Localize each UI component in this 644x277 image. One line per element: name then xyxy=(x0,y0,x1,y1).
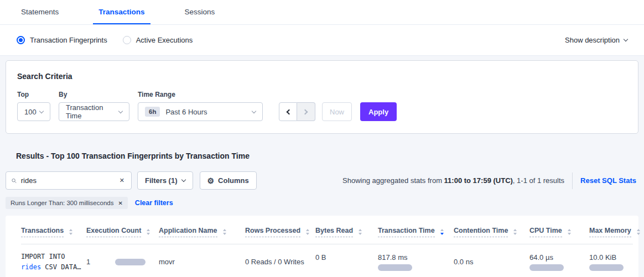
col-header-rows-processed[interactable]: Rows Processed xyxy=(245,219,315,244)
col-header-contention-time[interactable]: Contention Time xyxy=(454,219,529,244)
radio-label: Transaction Fingerprints xyxy=(30,36,107,44)
time-range-field: Time Range 6h Past 6 Hours xyxy=(138,91,263,121)
col-header-execution-count[interactable]: Execution Count xyxy=(86,219,159,244)
search-input[interactable] xyxy=(21,176,118,185)
active-filters-row: Runs Longer Than: 300 milliseconds ✕ Cle… xyxy=(6,197,638,209)
time-range-select[interactable]: 6h Past 6 Hours xyxy=(138,102,263,121)
chevron-down-icon xyxy=(181,177,185,182)
aggregated-stats-text: Showing aggregated stats from 11:00 to 1… xyxy=(342,176,564,185)
cell-cpu-time: 64.0 µs xyxy=(529,244,589,277)
sort-icon[interactable] xyxy=(147,229,150,235)
sort-icon[interactable] xyxy=(359,229,362,235)
gear-icon: ⚙ xyxy=(207,176,215,185)
radio-transaction-fingerprints[interactable]: Transaction Fingerprints xyxy=(17,36,107,44)
remove-filter-icon[interactable]: ✕ xyxy=(118,200,122,206)
sql-statement: IMPORT INTO rides CSV DATA… xyxy=(21,252,82,272)
sort-icon[interactable] xyxy=(223,229,226,235)
arrow-right-icon xyxy=(303,109,308,114)
col-header-max-memory[interactable]: Max Memory xyxy=(589,219,633,244)
cell-contention-time: 0.0 ns xyxy=(454,244,529,277)
clear-search-icon[interactable]: ✕ xyxy=(118,176,126,185)
columns-button[interactable]: ⚙ Columns xyxy=(200,171,257,190)
results-controls: ✕ Filters (1) ⚙ Columns Showing aggregat… xyxy=(6,171,638,190)
search-box: ✕ xyxy=(6,171,132,190)
now-button[interactable]: Now xyxy=(322,102,352,121)
top-select-value: 100 xyxy=(24,108,37,116)
divider xyxy=(572,173,573,189)
columns-label: Columns xyxy=(218,176,249,185)
col-header-transactions[interactable]: Transactions xyxy=(21,219,86,244)
reset-sql-stats-link[interactable]: Reset SQL Stats xyxy=(580,176,636,185)
time-range-value: Past 6 Hours xyxy=(165,108,207,116)
by-select[interactable]: Transaction Time xyxy=(59,102,129,121)
time-range-badge: 6h xyxy=(145,107,160,117)
search-icon xyxy=(12,177,17,185)
top-label: Top xyxy=(17,91,50,98)
transactions-table: Transactions Execution Count Application… xyxy=(21,219,633,277)
search-criteria-card: Search Criteria Top 100 By Transaction T… xyxy=(6,60,638,134)
previous-time-window-button[interactable] xyxy=(279,102,297,121)
show-description-label: Show description xyxy=(565,36,620,44)
apply-button[interactable]: Apply xyxy=(360,102,397,121)
main-content: Search Criteria Top 100 By Transaction T… xyxy=(0,56,644,277)
by-field: By Transaction Time xyxy=(59,91,129,121)
col-header-application-name[interactable]: Application Name xyxy=(159,219,245,244)
cell-bytes-read: 0 B xyxy=(315,244,378,277)
cell-rows-processed: 0 Reads / 0 Writes xyxy=(245,244,315,277)
time-window-arrows xyxy=(279,102,315,121)
execution-count-bar xyxy=(115,259,146,265)
top-field: Top 100 xyxy=(17,91,50,121)
top-select[interactable]: 100 xyxy=(17,102,50,121)
filters-button[interactable]: Filters (1) xyxy=(137,171,193,190)
col-header-bytes-read[interactable]: Bytes Read xyxy=(315,219,378,244)
cell-max-memory: 10.0 KiB xyxy=(589,244,633,277)
sort-icon[interactable] xyxy=(306,229,309,235)
results-table-card: Transactions Execution Count Application… xyxy=(6,216,638,277)
sort-icon[interactable] xyxy=(637,229,640,235)
chevron-down-icon xyxy=(624,37,628,41)
search-criteria-title: Search Criteria xyxy=(17,72,627,81)
next-time-window-button[interactable] xyxy=(297,102,315,121)
tab-transactions[interactable]: Transactions xyxy=(93,8,150,24)
col-header-transaction-time[interactable]: Transaction Time xyxy=(378,219,454,244)
max-memory-bar xyxy=(589,264,624,271)
cell-execution-count: 1 xyxy=(86,244,159,277)
radio-active-executions[interactable]: Active Executions xyxy=(123,36,193,44)
sort-icon-active-desc[interactable] xyxy=(440,229,444,235)
filter-pill: Runs Longer Than: 300 milliseconds ✕ xyxy=(6,197,128,209)
cell-application-name: movr xyxy=(159,244,245,277)
filters-label: Filters (1) xyxy=(145,176,178,185)
sql-activity-tabbar: Statements Transactions Sessions xyxy=(0,0,644,25)
radio-unselected-icon xyxy=(123,36,131,44)
show-description-toggle[interactable]: Show description xyxy=(565,36,627,44)
cell-transaction-time: 817.8 ms xyxy=(378,244,454,277)
chevron-down-icon xyxy=(39,108,44,113)
table-header-row: Transactions Execution Count Application… xyxy=(21,219,633,244)
cpu-time-bar xyxy=(529,264,564,271)
transaction-time-bar xyxy=(378,264,412,271)
cell-transaction-fingerprint[interactable]: IMPORT INTO rides CSV DATA… xyxy=(21,244,86,277)
arrow-left-icon xyxy=(286,109,292,114)
tab-statements[interactable]: Statements xyxy=(15,8,64,24)
tab-sessions[interactable]: Sessions xyxy=(179,8,221,24)
chevron-down-icon xyxy=(252,108,256,113)
results-heading: Results - Top 100 Transaction Fingerprin… xyxy=(16,151,638,160)
by-label: By xyxy=(59,91,129,98)
sort-icon[interactable] xyxy=(568,229,571,235)
view-toggle-bar: Transaction Fingerprints Active Executio… xyxy=(0,25,644,56)
table-row: IMPORT INTO rides CSV DATA… 1 movr 0 Rea… xyxy=(21,244,633,277)
radio-label: Active Executions xyxy=(136,36,193,44)
time-range-label: Time Range xyxy=(138,91,263,98)
by-select-value: Transaction Time xyxy=(66,103,119,120)
col-header-cpu-time[interactable]: CPU Time xyxy=(529,219,589,244)
sort-icon[interactable] xyxy=(69,229,72,235)
clear-filters-link[interactable]: Clear filters xyxy=(135,199,173,207)
sort-icon[interactable] xyxy=(513,229,517,235)
filter-pill-label: Runs Longer Than: 300 milliseconds xyxy=(11,200,113,206)
sql-highlight: rides xyxy=(21,263,41,271)
radio-selected-icon xyxy=(17,36,25,44)
